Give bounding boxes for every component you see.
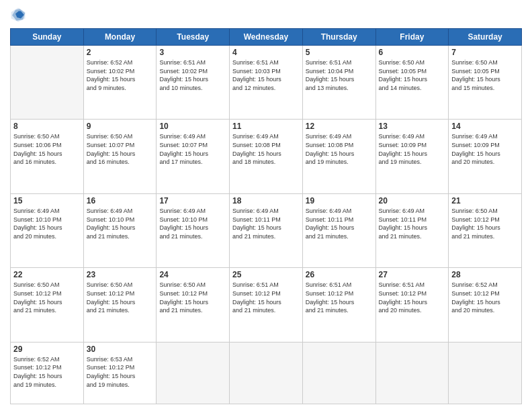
day-info: Sunrise: 6:52 AM Sunset: 10:02 PM Daylig… (87, 58, 154, 92)
day-info: Sunrise: 6:49 AM Sunset: 10:07 PM Daylig… (159, 132, 226, 166)
col-saturday: Saturday (449, 29, 522, 46)
logo-icon (10, 7, 26, 23)
col-friday: Friday (375, 29, 449, 46)
day-info: Sunrise: 6:53 AM Sunset: 10:12 PM Daylig… (87, 355, 154, 389)
calendar-cell: 9Sunrise: 6:50 AM Sunset: 10:07 PM Dayli… (83, 120, 157, 193)
day-info: Sunrise: 6:50 AM Sunset: 10:12 PM Daylig… (13, 281, 81, 314)
calendar-cell: 21Sunrise: 6:50 AM Sunset: 10:12 PM Dayl… (449, 193, 522, 267)
calendar-header-row: Sunday Monday Tuesday Wednesday Thursday… (11, 29, 522, 46)
calendar-cell: 20Sunrise: 6:49 AM Sunset: 10:11 PM Dayl… (375, 193, 449, 267)
day-number: 15 (13, 196, 81, 205)
day-info: Sunrise: 6:51 AM Sunset: 10:04 PM Daylig… (306, 58, 373, 92)
day-number: 6 (379, 48, 446, 57)
logo (10, 7, 29, 23)
day-info: Sunrise: 6:51 AM Sunset: 10:12 PM Daylig… (232, 281, 300, 314)
calendar-cell: 14Sunrise: 6:49 AM Sunset: 10:09 PM Dayl… (449, 120, 522, 193)
day-number: 2 (87, 48, 154, 57)
calendar-cell: 29Sunrise: 6:52 AM Sunset: 10:12 PM Dayl… (11, 342, 84, 404)
calendar-cell: 24Sunrise: 6:50 AM Sunset: 10:12 PM Dayl… (157, 268, 230, 342)
day-number: 7 (451, 48, 519, 57)
day-info: Sunrise: 6:50 AM Sunset: 10:12 PM Daylig… (451, 207, 519, 240)
day-number: 11 (232, 122, 300, 131)
calendar-cell (302, 342, 375, 404)
calendar-cell (11, 46, 84, 120)
day-info: Sunrise: 6:49 AM Sunset: 10:11 PM Daylig… (232, 207, 300, 240)
calendar-cell (157, 342, 230, 404)
day-number: 25 (232, 270, 300, 279)
day-info: Sunrise: 6:49 AM Sunset: 10:11 PM Daylig… (379, 207, 446, 240)
calendar-cell: 15Sunrise: 6:49 AM Sunset: 10:10 PM Dayl… (11, 193, 84, 267)
day-info: Sunrise: 6:50 AM Sunset: 10:12 PM Daylig… (87, 281, 154, 314)
calendar-cell: 22Sunrise: 6:50 AM Sunset: 10:12 PM Dayl… (11, 268, 84, 342)
calendar-cell: 3Sunrise: 6:51 AM Sunset: 10:02 PM Dayli… (157, 46, 230, 120)
day-info: Sunrise: 6:49 AM Sunset: 10:09 PM Daylig… (379, 132, 446, 166)
calendar-cell: 17Sunrise: 6:49 AM Sunset: 10:10 PM Dayl… (157, 193, 230, 267)
col-tuesday: Tuesday (157, 29, 230, 46)
calendar-cell: 16Sunrise: 6:49 AM Sunset: 10:10 PM Dayl… (83, 193, 157, 267)
day-number: 14 (451, 122, 519, 131)
calendar-cell: 25Sunrise: 6:51 AM Sunset: 10:12 PM Dayl… (230, 268, 303, 342)
day-number: 24 (159, 270, 226, 279)
calendar-cell: 27Sunrise: 6:51 AM Sunset: 10:12 PM Dayl… (375, 268, 449, 342)
calendar-cell: 10Sunrise: 6:49 AM Sunset: 10:07 PM Dayl… (157, 120, 230, 193)
col-sunday: Sunday (11, 29, 84, 46)
day-number: 16 (87, 196, 154, 205)
day-info: Sunrise: 6:50 AM Sunset: 10:05 PM Daylig… (379, 58, 446, 92)
day-number: 21 (451, 196, 519, 205)
day-number: 18 (232, 196, 300, 205)
day-info: Sunrise: 6:49 AM Sunset: 10:09 PM Daylig… (451, 132, 519, 166)
col-wednesday: Wednesday (230, 29, 303, 46)
day-info: Sunrise: 6:50 AM Sunset: 10:05 PM Daylig… (451, 58, 519, 92)
day-number: 19 (306, 196, 373, 205)
day-number: 4 (232, 48, 300, 57)
calendar-cell: 13Sunrise: 6:49 AM Sunset: 10:09 PM Dayl… (375, 120, 449, 193)
day-info: Sunrise: 6:50 AM Sunset: 10:06 PM Daylig… (13, 132, 81, 166)
day-number: 9 (87, 122, 154, 131)
calendar-cell: 5Sunrise: 6:51 AM Sunset: 10:04 PM Dayli… (302, 46, 375, 120)
calendar-cell: 18Sunrise: 6:49 AM Sunset: 10:11 PM Dayl… (230, 193, 303, 267)
page: Sunday Monday Tuesday Wednesday Thursday… (0, 0, 532, 411)
calendar-cell: 12Sunrise: 6:49 AM Sunset: 10:08 PM Dayl… (302, 120, 375, 193)
calendar-cell: 11Sunrise: 6:49 AM Sunset: 10:08 PM Dayl… (230, 120, 303, 193)
day-number: 10 (159, 122, 226, 131)
calendar-cell: 19Sunrise: 6:49 AM Sunset: 10:11 PM Dayl… (302, 193, 375, 267)
day-info: Sunrise: 6:49 AM Sunset: 10:10 PM Daylig… (159, 207, 226, 240)
day-number: 22 (13, 270, 81, 279)
day-number: 12 (306, 122, 373, 131)
day-info: Sunrise: 6:49 AM Sunset: 10:10 PM Daylig… (87, 207, 154, 240)
calendar-cell: 4Sunrise: 6:51 AM Sunset: 10:03 PM Dayli… (230, 46, 303, 120)
calendar-cell: 30Sunrise: 6:53 AM Sunset: 10:12 PM Dayl… (83, 342, 157, 404)
day-number: 30 (87, 345, 154, 354)
day-number: 8 (13, 122, 81, 131)
day-number: 23 (87, 270, 154, 279)
day-info: Sunrise: 6:52 AM Sunset: 10:12 PM Daylig… (451, 281, 519, 314)
col-thursday: Thursday (302, 29, 375, 46)
day-number: 27 (379, 270, 446, 279)
day-info: Sunrise: 6:50 AM Sunset: 10:07 PM Daylig… (87, 132, 154, 166)
day-info: Sunrise: 6:51 AM Sunset: 10:12 PM Daylig… (379, 281, 446, 314)
calendar-cell: 28Sunrise: 6:52 AM Sunset: 10:12 PM Dayl… (449, 268, 522, 342)
calendar-cell: 6Sunrise: 6:50 AM Sunset: 10:05 PM Dayli… (375, 46, 449, 120)
day-number: 20 (379, 196, 446, 205)
day-number: 13 (379, 122, 446, 131)
day-info: Sunrise: 6:51 AM Sunset: 10:02 PM Daylig… (159, 58, 226, 92)
day-info: Sunrise: 6:49 AM Sunset: 10:11 PM Daylig… (306, 207, 373, 240)
calendar-cell (449, 342, 522, 404)
header (10, 7, 522, 23)
day-number: 28 (451, 270, 519, 279)
calendar-cell: 23Sunrise: 6:50 AM Sunset: 10:12 PM Dayl… (83, 268, 157, 342)
day-info: Sunrise: 6:52 AM Sunset: 10:12 PM Daylig… (13, 355, 81, 389)
day-number: 3 (159, 48, 226, 57)
day-info: Sunrise: 6:50 AM Sunset: 10:12 PM Daylig… (159, 281, 226, 314)
calendar-table: Sunday Monday Tuesday Wednesday Thursday… (10, 28, 522, 404)
day-info: Sunrise: 6:49 AM Sunset: 10:08 PM Daylig… (232, 132, 300, 166)
day-number: 5 (306, 48, 373, 57)
day-number: 26 (306, 270, 373, 279)
calendar-cell: 26Sunrise: 6:51 AM Sunset: 10:12 PM Dayl… (302, 268, 375, 342)
calendar-cell (375, 342, 449, 404)
calendar-cell: 2Sunrise: 6:52 AM Sunset: 10:02 PM Dayli… (83, 46, 157, 120)
day-number: 17 (159, 196, 226, 205)
day-info: Sunrise: 6:49 AM Sunset: 10:08 PM Daylig… (306, 132, 373, 166)
calendar-cell: 8Sunrise: 6:50 AM Sunset: 10:06 PM Dayli… (11, 120, 84, 193)
calendar-cell: 7Sunrise: 6:50 AM Sunset: 10:05 PM Dayli… (449, 46, 522, 120)
